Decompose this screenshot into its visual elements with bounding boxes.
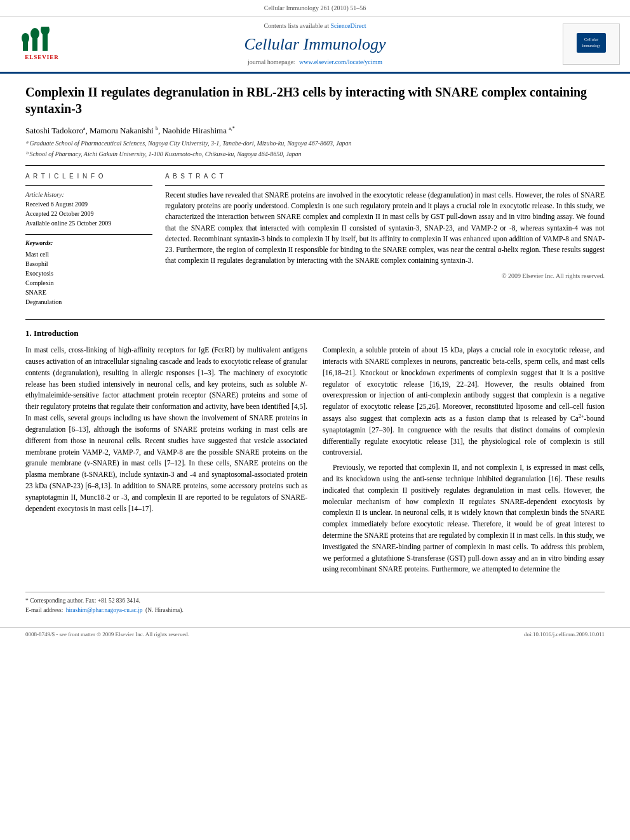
- journal-homepage: journal homepage: www.elsevier.com/locat…: [80, 58, 550, 67]
- received-date: Received 6 August 2009: [25, 199, 152, 209]
- keyword-exocytosis: Exocytosis: [25, 269, 152, 278]
- top-banner: Cellular Immunology 261 (2010) 51–56: [0, 0, 630, 17]
- abstract-heading: A B S T R A C T: [165, 172, 605, 182]
- intro-left-col: In mast cells, cross-linking of high-aff…: [25, 345, 307, 579]
- main-body: 1. Introduction In mast cells, cross-lin…: [0, 328, 630, 627]
- svg-point-5: [41, 27, 50, 36]
- elsevier-logo-area: ELSEVIER: [10, 27, 80, 62]
- article-title: Complexin II regulates degranulation in …: [25, 84, 605, 117]
- authors-line: Satoshi Tadokoroa, Mamoru Nakanishi b, N…: [25, 124, 605, 137]
- author-naohide: Naohide Hirashima a,*: [162, 126, 234, 135]
- divider-1: [25, 165, 605, 166]
- journal-title: Cellular Immunology: [80, 32, 550, 57]
- sciencedirect-link: Contents lists available at ScienceDirec…: [80, 22, 550, 31]
- article-info-section: A R T I C L E I N F O Article history: R…: [25, 172, 152, 307]
- copyright-line: © 2009 Elsevier Inc. All rights reserved…: [165, 272, 605, 281]
- page-container: Cellular Immunology 261 (2010) 51–56 ELS…: [0, 0, 630, 840]
- footer-doi: doi:10.1016/j.cellimm.2009.10.011: [524, 630, 605, 639]
- affiliation-b: ᵇ School of Pharmacy, Aichi Gakuin Unive…: [25, 150, 605, 159]
- journal-logo-area: Cellular Immunology: [550, 23, 620, 65]
- keyword-complexin: Complexin: [25, 278, 152, 288]
- intro-right-para1: Complexin, a soluble protein of about 15…: [323, 345, 605, 458]
- author-mamoru: Mamoru Nakanishi b,: [90, 126, 162, 135]
- keywords-box: Keywords: Mast cell Basophil Exocytosis …: [25, 234, 152, 307]
- keyword-snare: SNARE: [25, 288, 152, 297]
- article-info-abstract: A R T I C L E I N F O Article history: R…: [25, 172, 605, 307]
- intro-columns: In mast cells, cross-linking of high-aff…: [25, 345, 605, 579]
- svg-point-3: [30, 28, 39, 39]
- journal-citation: Cellular Immunology 261 (2010) 51–56: [264, 4, 366, 11]
- available-date: Available online 25 October 2009: [25, 218, 152, 228]
- keywords-title: Keywords:: [25, 239, 152, 248]
- footer-issn: 0008-8749/$ - see front matter © 2009 El…: [25, 630, 189, 639]
- homepage-link[interactable]: www.elsevier.com/locate/ycimm: [299, 58, 382, 65]
- article-info-box: Article history: Received 6 August 2009 …: [25, 185, 152, 228]
- journal-header-center: Contents lists available at ScienceDirec…: [80, 22, 550, 67]
- keyword-degranulation: Degranulation: [25, 297, 152, 307]
- svg-text:Cellular: Cellular: [584, 37, 599, 42]
- accepted-date: Accepted 22 October 2009: [25, 209, 152, 218]
- sciencedirect-anchor[interactable]: ScienceDirect: [330, 22, 366, 29]
- history-label: Article history:: [25, 190, 152, 199]
- cellular-immunology-logo-icon: Cellular Immunology: [575, 32, 607, 54]
- intro-right-col: Complexin, a soluble protein of about 15…: [323, 345, 605, 579]
- svg-text:Immunology: Immunology: [582, 44, 601, 48]
- email-label: E-mail address:: [25, 607, 63, 613]
- email-link[interactable]: hirashim@phar.nagoya-cu.ac.jp: [66, 607, 143, 613]
- corresponding-author-note: * Corresponding author. Fax: +81 52 836 …: [25, 596, 605, 605]
- elsevier-tree-icon: [20, 27, 64, 53]
- keyword-mast-cell: Mast cell: [25, 250, 152, 259]
- abstract-text: Recent studies have revealed that SNARE …: [165, 190, 605, 267]
- affiliation-a: ᵃ Graduate School of Pharmaceutical Scie…: [25, 139, 605, 149]
- intro-left-para1: In mast cells, cross-linking of high-aff…: [25, 345, 307, 514]
- author-satoshi: Satoshi Tadokoroa,: [25, 126, 90, 135]
- journal-header: ELSEVIER Contents lists available at Sci…: [0, 17, 630, 74]
- email-note: E-mail address: hirashim@phar.nagoya-cu.…: [25, 606, 605, 615]
- footnote-area: * Corresponding author. Fax: +81 52 836 …: [25, 592, 605, 615]
- article-content: Complexin II regulates degranulation in …: [0, 74, 630, 319]
- elsevier-label: ELSEVIER: [25, 53, 59, 62]
- abstract-box: Recent studies have revealed that SNARE …: [165, 185, 605, 281]
- journal-logo-box: Cellular Immunology: [563, 23, 620, 65]
- intro-right-para2: Previously, we reported that complexin I…: [323, 462, 605, 575]
- svg-point-1: [22, 33, 29, 43]
- footer-bar: 0008-8749/$ - see front matter © 2009 El…: [0, 627, 630, 641]
- intro-title: 1. Introduction: [25, 328, 605, 340]
- divider-2: [25, 319, 605, 320]
- elsevier-logo: ELSEVIER: [10, 27, 74, 62]
- keyword-basophil: Basophil: [25, 259, 152, 269]
- article-info-heading: A R T I C L E I N F O: [25, 172, 152, 182]
- email-suffix: (N. Hirashima).: [145, 607, 184, 613]
- abstract-section: A B S T R A C T Recent studies have reve…: [165, 172, 605, 307]
- svg-rect-6: [577, 33, 606, 53]
